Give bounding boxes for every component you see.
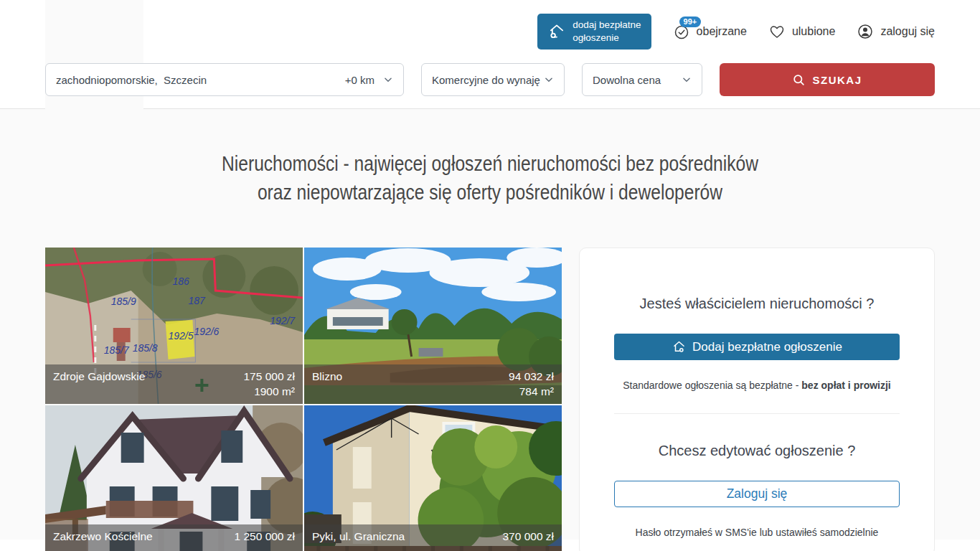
house-add-icon <box>547 22 566 41</box>
listing-price-area: 1 250 000 zł <box>235 529 295 551</box>
svg-text:192/7: 192/7 <box>270 315 296 326</box>
listing-card[interactable]: Pyki, ul. Graniczna 370 000 zł <box>304 405 562 551</box>
radius-select[interactable]: +0 km <box>345 74 393 86</box>
owner-panel: Jesteś właścicielem nieruchomości ? Doda… <box>579 248 935 551</box>
svg-text:187: 187 <box>188 295 206 306</box>
listing-card[interactable]: Blizno 94 032 zł784 m² <box>304 248 562 404</box>
svg-text:185/7: 185/7 <box>104 344 130 356</box>
listing-name: Zdroje Gajdowskie <box>53 369 145 399</box>
listing-caption: Blizno 94 032 zł784 m² <box>304 364 562 404</box>
listings-grid: 185/9 186 187 192/5 192/6 192/7 185/7 18… <box>45 248 562 551</box>
chevron-down-icon <box>682 75 692 85</box>
listing-card[interactable]: 185/9 186 187 192/5 192/6 192/7 185/7 18… <box>45 248 303 404</box>
favorites-label: ulubione <box>792 25 836 38</box>
listing-name: Blizno <box>312 369 342 399</box>
listing-name: Pyki, ul. Graniczna <box>312 529 405 551</box>
radius-value: +0 km <box>345 74 374 86</box>
free-listing-note: Standardowe ogłoszenia są bezpłatne - be… <box>614 380 900 391</box>
main-content: Nieruchomości - najwięcej ogłoszeń nieru… <box>0 109 980 540</box>
price-select[interactable]: Dowolna cena <box>582 63 702 96</box>
svg-text:192/5: 192/5 <box>169 330 194 342</box>
listing-price-area: 175 000 zł1900 m² <box>243 369 295 399</box>
user-icon <box>857 23 874 40</box>
svg-text:185/9: 185/9 <box>111 296 136 307</box>
svg-text:192/6: 192/6 <box>194 326 219 337</box>
listing-caption: Zdroje Gajdowskie 175 000 zł1900 m² <box>45 364 303 404</box>
listing-price-area: 94 032 zł784 m² <box>509 369 554 399</box>
location-value: zachodniopomorskie, Szczecin <box>56 74 207 86</box>
login-label: zaloguj się <box>880 25 935 38</box>
heart-icon <box>768 23 786 40</box>
category-value: Komercyjne do wynaję <box>432 74 540 86</box>
search-icon <box>792 73 806 87</box>
page-title: Nieruchomości - najwięcej ogłoszeń nieru… <box>0 149 980 207</box>
search-submit-label: SZUKAJ <box>812 74 862 86</box>
favorites-button[interactable]: ulubione <box>768 23 836 40</box>
listing-name: Zakrzewo Kościelne <box>53 529 153 551</box>
listing-card[interactable]: Zakrzewo Kościelne 1 250 000 zł <box>45 405 303 551</box>
header-actions: dodaj bezpłatne ogłoszenie 99+ obejrzane… <box>537 14 935 49</box>
chevron-down-icon <box>383 75 393 85</box>
price-value: Dowolna cena <box>593 74 661 86</box>
chevron-down-icon <box>544 75 554 85</box>
add-listing-button[interactable]: dodaj bezpłatne ogłoszenie <box>537 14 651 49</box>
logo-text: adresowo <box>45 0 143 247</box>
listing-caption: Pyki, ul. Graniczna 370 000 zł <box>304 524 562 551</box>
owner-heading: Jesteś właścicielem nieruchomości ? <box>614 296 900 312</box>
svg-text:186: 186 <box>173 276 190 287</box>
edit-section: Chcesz edytować ogłoszenie ? Zaloguj się… <box>580 414 934 538</box>
svg-text:185/8: 185/8 <box>133 342 158 354</box>
sidebar-add-listing-label: Dodaj bezpłatne ogłoszenie <box>692 340 842 354</box>
sidebar-login-button[interactable]: Zaloguj się <box>614 481 900 507</box>
login-button[interactable]: zaloguj się <box>857 23 935 40</box>
location-input[interactable]: zachodniopomorskie, Szczecin +0 km <box>45 63 404 96</box>
viewed-label: obejrzane <box>697 25 747 38</box>
add-listing-label: dodaj bezpłatne ogłoszenie <box>573 19 641 44</box>
category-select[interactable]: Komercyjne do wynaję <box>421 63 565 96</box>
viewed-button[interactable]: 99+ obejrzane <box>673 23 747 40</box>
listing-price-area: 370 000 zł <box>502 529 554 551</box>
house-add-icon <box>672 339 687 354</box>
owner-section: Jesteś właścicielem nieruchomości ? Doda… <box>580 248 934 414</box>
edit-heading: Chcesz edytować ogłoszenie ? <box>614 443 900 459</box>
top-header: adresowo . pl dodaj bezpłatne ogłoszenie… <box>0 0 980 63</box>
search-submit-button[interactable]: SZUKAJ <box>720 63 935 96</box>
sidebar-add-listing-button[interactable]: Dodaj bezpłatne ogłoszenie <box>614 334 900 360</box>
listing-caption: Zakrzewo Kościelne 1 250 000 zł <box>45 524 303 551</box>
viewed-count-badge: 99+ <box>679 17 702 27</box>
search-bar: zachodniopomorskie, Szczecin +0 km Komer… <box>0 63 980 96</box>
password-hint: Hasło otrzymałeś w SMS'ie lub ustawiłeś … <box>614 527 900 538</box>
site-logo[interactable]: adresowo . pl <box>45 0 165 247</box>
